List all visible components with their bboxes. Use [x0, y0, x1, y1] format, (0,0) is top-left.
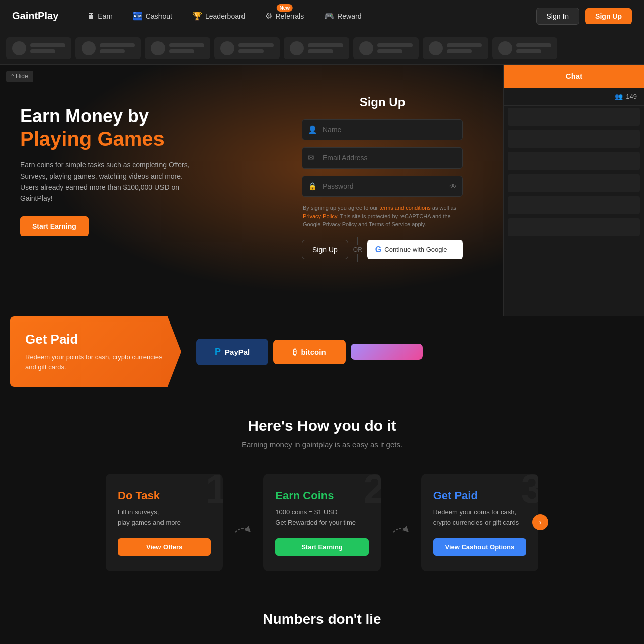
offer-item[interactable]: [214, 37, 280, 59]
or-separator: OR: [353, 237, 362, 262]
offer-icon: [220, 41, 234, 55]
start-earning-button[interactable]: Start Earning: [20, 216, 89, 236]
step-title-1: Do Task: [118, 489, 211, 502]
form-terms: By signing up you agree to our terms and…: [302, 204, 463, 229]
chat-message: [508, 130, 640, 148]
chat-message: [508, 108, 640, 126]
offer-icon: [429, 41, 443, 55]
email-field-wrapper: ✉: [302, 147, 463, 169]
users-icon: 👥: [615, 93, 623, 100]
offer-item[interactable]: [145, 37, 210, 59]
numbers-section: Numbers don't lie: [0, 591, 644, 637]
nav-leaderboard[interactable]: 🏆 Leaderboard: [184, 7, 253, 25]
password-input[interactable]: [302, 176, 463, 197]
form-actions: Sign Up OR G Continue with Google: [302, 237, 463, 262]
step-desc-2: 1000 coins = $1 USDGet Rewarded for your…: [275, 507, 368, 528]
how-section: Here's How you do it Earning money in ga…: [0, 387, 644, 591]
offer-item[interactable]: [284, 37, 349, 59]
nav-reward[interactable]: 🎮 Reward: [316, 7, 369, 25]
eye-icon[interactable]: 👁: [449, 182, 457, 191]
google-icon: G: [375, 245, 381, 254]
offer-item[interactable]: [423, 37, 488, 59]
step-title-2: Earn Coins: [275, 489, 368, 502]
step-btn-2[interactable]: Start Earning: [275, 538, 368, 556]
apple-button[interactable]: [351, 344, 423, 360]
chat-users-count: 👥 149: [504, 88, 644, 106]
steps-next-arrow[interactable]: ›: [532, 514, 548, 530]
chat-message: [508, 174, 640, 192]
cashout-icon: 🏧: [133, 11, 143, 21]
privacy-link[interactable]: Privacy Policy: [303, 213, 337, 219]
bitcoin-button[interactable]: ₿ bitcoin: [273, 340, 345, 364]
hero-section: ^ Hide Earn Money by Playing Games Earn …: [0, 65, 503, 316]
terms-link[interactable]: terms and conditions: [379, 205, 431, 211]
name-input[interactable]: [302, 119, 463, 140]
nav-earn[interactable]: 🖥 Earn: [78, 8, 121, 25]
steps-grid: 1 Do Task Fill in surveys,play games and…: [106, 474, 538, 571]
get-paid-desc: Redeem your points for cash, crypto curr…: [25, 352, 166, 372]
nav-earn-label: Earn: [98, 12, 113, 20]
nav-reward-label: Reward: [337, 12, 361, 20]
nav-referrals-wrapper: New ⚙ Referrals: [257, 7, 312, 25]
offer-icon: [359, 41, 373, 55]
email-input[interactable]: [302, 147, 463, 169]
password-field-wrapper: 🔒 👁: [302, 176, 463, 197]
referrals-icon: ⚙: [265, 11, 272, 21]
chat-message: [508, 152, 640, 170]
chat-header: Chat: [504, 65, 644, 88]
signup-title: Sign Up: [302, 95, 463, 109]
name-field-wrapper: 👤: [302, 119, 463, 140]
nav-cashout-label: Cashout: [146, 12, 172, 20]
step-btn-1[interactable]: View Offers: [118, 538, 211, 556]
lock-icon: 🔒: [308, 182, 317, 191]
offer-icon: [290, 41, 304, 55]
hero-title-orange: Playing Games: [20, 127, 211, 151]
signin-button[interactable]: Sign In: [536, 8, 580, 25]
get-paid-section: Get Paid Redeem your points for cash, cr…: [0, 316, 644, 387]
get-paid-title: Get Paid: [25, 332, 166, 347]
step-desc-3: Redeem your coins for cash, crypto curre…: [433, 507, 526, 528]
user-icon: 👤: [308, 125, 317, 134]
reward-icon: 🎮: [324, 11, 334, 21]
nav-referrals-label: Referrals: [275, 12, 304, 20]
payment-methods: P PayPal ₿ bitcoin: [181, 316, 433, 387]
hide-button[interactable]: ^ Hide: [6, 71, 33, 82]
step-desc-1: Fill in surveys,play games and more: [118, 507, 211, 528]
step-arrow-1: [233, 474, 253, 571]
step-card-3: 3 Get Paid Redeem your coins for cash, c…: [421, 474, 538, 571]
hero-description: Earn coins for simple tasks such as comp…: [20, 159, 196, 204]
form-signup-button[interactable]: Sign Up: [302, 240, 348, 259]
chat-messages: [504, 106, 644, 316]
bitcoin-icon: ₿: [293, 348, 297, 356]
chat-message: [508, 218, 640, 236]
offer-icon: [498, 41, 512, 55]
offers-bar: [0, 32, 644, 65]
nav-leaderboard-label: Leaderboard: [205, 12, 245, 20]
email-icon: ✉: [308, 153, 314, 163]
navbar: GaintPlay 🖥 Earn 🏧 Cashout 🏆 Leaderboard…: [0, 0, 644, 32]
google-signup-button[interactable]: G Continue with Google: [367, 240, 463, 259]
offer-item[interactable]: [353, 37, 419, 59]
step-arrow-2: [391, 474, 411, 571]
offer-item[interactable]: [75, 37, 141, 59]
hero-title-white: Earn Money by: [20, 105, 211, 127]
paypal-button[interactable]: P PayPal: [196, 339, 268, 365]
chat-panel: Chat 👥 149: [503, 65, 644, 316]
get-paid-left: Get Paid Redeem your points for cash, cr…: [10, 316, 181, 387]
step-card-2: 2 Earn Coins 1000 coins = $1 USDGet Rewa…: [263, 474, 380, 571]
paypal-icon: P: [215, 347, 221, 357]
navbar-actions: Sign In Sign Up: [536, 8, 632, 25]
step-btn-3[interactable]: View Cashout Options: [433, 538, 526, 556]
logo: GaintPlay: [12, 10, 58, 22]
nav-cashout[interactable]: 🏧 Cashout: [125, 7, 180, 25]
hero-left: Earn Money by Playing Games Earn coins f…: [20, 85, 211, 236]
signup-form: Sign Up 👤 ✉ 🔒 👁 By signing up you agree …: [302, 85, 463, 262]
offer-item[interactable]: [492, 37, 557, 59]
numbers-title: Numbers don't lie: [20, 611, 624, 627]
step-card-1: 1 Do Task Fill in surveys,play games and…: [106, 474, 223, 571]
signup-button[interactable]: Sign Up: [585, 8, 632, 24]
step-title-3: Get Paid: [433, 489, 526, 502]
offer-icon: [12, 41, 26, 55]
navbar-links: 🖥 Earn 🏧 Cashout 🏆 Leaderboard New ⚙ Ref…: [78, 7, 536, 25]
offer-item[interactable]: [6, 37, 71, 59]
